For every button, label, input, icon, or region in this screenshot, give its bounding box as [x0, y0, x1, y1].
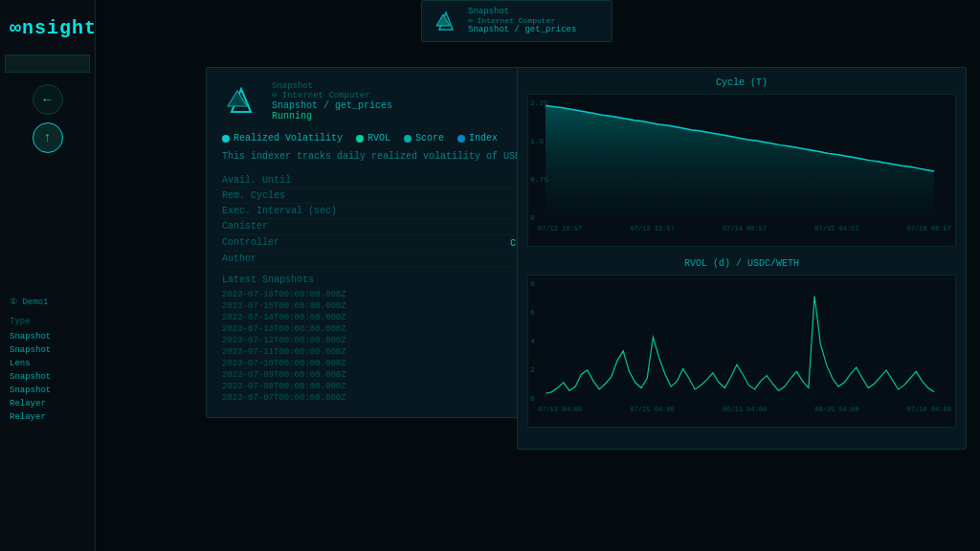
exec-interval-label: Exec. Interval (sec): [222, 206, 356, 216]
top-snapshot-label: Snapshot: [468, 7, 602, 16]
cycle-y-15: 1.5: [530, 137, 544, 145]
rvol-y-2: 2: [530, 365, 535, 374]
avail-until-label: Avail. Until: [222, 175, 356, 186]
cycle-x-1: 07/13 13:57: [630, 225, 674, 232]
legend-label-index: Index: [469, 133, 498, 143]
panel-snapshot-label: Snapshot: [272, 81, 392, 91]
top-snapshot-infinity: ∞ Internet Computer: [468, 16, 602, 25]
sidebar-item-4[interactable]: Snapshot: [10, 384, 51, 397]
cycle-chart-canvas: [528, 95, 940, 233]
top-snapshot-sub: Snapshot / get_prices: [468, 25, 602, 34]
rvol-x-4: 07/10 04:00: [907, 406, 951, 413]
nav-up-button[interactable]: ↑: [33, 122, 63, 153]
legend-item-rvol: RVOL: [356, 133, 390, 143]
canister-label: Canister: [222, 221, 356, 232]
panel-status: Running: [272, 111, 392, 121]
panel-titles: Snapshot ∞ Internet Computer Snapshot / …: [272, 81, 392, 121]
demo-label: ① Demo1: [0, 291, 57, 313]
rvol-x-axis: 07/13 04:00 07/25 04:00 06/11 04:00 06/2…: [538, 406, 951, 413]
cycle-x-4: 07/16 00:57: [907, 225, 951, 232]
top-snapshot-icon: [432, 7, 460, 35]
sidebar-item-6[interactable]: Relayer: [10, 410, 51, 424]
rvol-x-0: 07/13 04:00: [538, 406, 582, 413]
rvol-chart-canvas: [528, 276, 940, 414]
legend-label-rv: Realized Volatility: [234, 133, 343, 143]
sidebar-item-1[interactable]: Snapshot: [10, 343, 51, 357]
sidebar-item-0[interactable]: Snapshot: [10, 330, 51, 343]
legend-dot-rvol: [356, 135, 364, 143]
nav-back-button[interactable]: ←: [33, 84, 63, 115]
legend-item-score: Score: [404, 133, 444, 143]
cycle-y-075: 0.75: [530, 175, 548, 184]
panel-infinity: ∞ Internet Computer: [272, 91, 392, 100]
svg-marker-3: [228, 91, 247, 106]
legend-dot-score: [404, 135, 412, 143]
cycle-chart-section: Cycle (T) 2.25 1.5 0.75 0 07/12 10:57 07…: [527, 77, 956, 247]
app-title: ∞nsight: [0, 10, 106, 55]
sidebar-type-label: Type: [10, 317, 51, 326]
rvol-chart-section: RVOL (d) / USDC/WETH 8 6 4 2 0 07/13 04:…: [527, 258, 956, 428]
search-input[interactable]: [5, 55, 90, 73]
rvol-chart-container: 8 6 4 2 0 07/13 04:00 07/25 04:00 06/11 …: [527, 275, 956, 428]
cycle-chart-container: 2.25 1.5 0.75 0 07/12 10:57 07/13 13:57 …: [527, 94, 956, 247]
top-snapshot-bar: Snapshot ∞ Internet Computer Snapshot / …: [421, 0, 612, 42]
rvol-y-6: 6: [530, 308, 535, 317]
cycle-chart-title: Cycle (T): [527, 77, 956, 88]
legend-item-rv: Realized Volatility: [222, 133, 343, 143]
legend-dot-index: [457, 135, 465, 143]
rvol-y-8: 8: [530, 279, 535, 288]
rem-cycles-label: Rem. Cycles: [222, 190, 356, 201]
cycle-x-0: 07/12 10:57: [538, 225, 582, 232]
cycle-x-3: 07/15 04:57: [814, 225, 858, 232]
cycle-x-2: 07/14 00:57: [723, 225, 767, 232]
legend-dot-rv: [222, 135, 230, 143]
panel-icon: [222, 81, 260, 120]
rvol-x-1: 07/25 04:00: [630, 406, 674, 413]
cycle-y-225: 2.25: [530, 99, 548, 107]
cycle-y-0: 0: [530, 213, 535, 222]
controller-label: Controller: [222, 237, 356, 249]
rvol-y-0: 0: [530, 394, 535, 403]
rvol-y-4: 4: [530, 337, 535, 345]
legend-item-index: Index: [457, 133, 498, 143]
panel-sub: Snapshot / get_prices: [272, 100, 392, 111]
cycle-x-axis: 07/12 10:57 07/13 13:57 07/14 00:57 07/1…: [538, 225, 951, 232]
legend-label-score: Score: [415, 133, 444, 143]
author-label: Author: [222, 253, 356, 264]
rvol-chart-title: RVOL (d) / USDC/WETH: [527, 258, 956, 269]
sidebar-item-2[interactable]: Lens: [10, 357, 51, 370]
rvol-x-2: 06/11 04:00: [723, 406, 767, 413]
sidebar-type-section: Type Snapshot Snapshot Lens Snapshot Sna…: [0, 313, 60, 428]
charts-panel: Cycle (T) 2.25 1.5 0.75 0 07/12 10:57 07…: [517, 67, 967, 450]
sidebar-item-5[interactable]: Relayer: [10, 397, 51, 410]
sidebar: ∞nsight ← ↑ ① Demo1 Type Snapshot Snapsh…: [0, 0, 96, 551]
rvol-x-3: 06/25 04:00: [814, 406, 858, 413]
app-name: nsight: [22, 17, 97, 39]
sidebar-item-3[interactable]: Snapshot: [10, 370, 51, 384]
legend-label-rvol: RVOL: [368, 133, 390, 143]
app-infinity: ∞: [10, 17, 22, 39]
